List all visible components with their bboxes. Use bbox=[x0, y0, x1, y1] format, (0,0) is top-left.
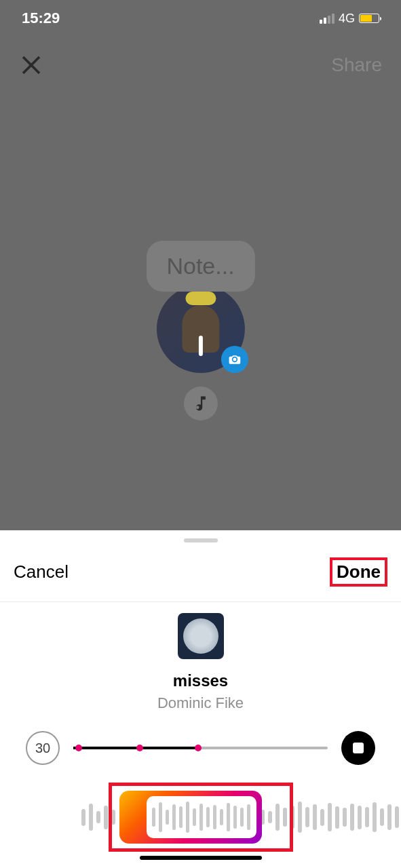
camera-button[interactable] bbox=[221, 346, 248, 373]
stop-button[interactable] bbox=[341, 731, 375, 765]
cancel-button[interactable]: Cancel bbox=[14, 561, 69, 583]
waveform-scrubber[interactable] bbox=[0, 787, 401, 848]
avatar-container bbox=[156, 285, 244, 373]
network-label: 4G bbox=[339, 12, 355, 26]
pause-icon bbox=[198, 336, 202, 356]
progress-track[interactable] bbox=[73, 747, 328, 749]
close-icon[interactable] bbox=[19, 53, 43, 77]
song-title: misses bbox=[173, 671, 228, 690]
signal-icon bbox=[320, 14, 335, 24]
note-composer: Note... bbox=[146, 241, 254, 420]
status-right: 4G bbox=[320, 12, 379, 26]
home-indicator[interactable] bbox=[140, 856, 262, 860]
album-art[interactable] bbox=[178, 613, 224, 659]
sheet-header: Cancel Done bbox=[0, 551, 401, 602]
sheet-handle[interactable] bbox=[184, 538, 218, 542]
done-button[interactable]: Done bbox=[330, 557, 387, 587]
song-info: misses Dominic Fike bbox=[0, 602, 401, 712]
note-input[interactable]: Note... bbox=[146, 241, 254, 292]
music-picker-sheet: Cancel Done misses Dominic Fike 30 bbox=[0, 530, 401, 868]
song-artist: Dominic Fike bbox=[157, 694, 244, 712]
dimmed-background: 15:29 4G Share Note... bbox=[0, 0, 401, 530]
music-button[interactable] bbox=[183, 387, 217, 420]
share-button[interactable]: Share bbox=[331, 54, 382, 76]
battery-icon bbox=[359, 14, 379, 23]
duration-selector[interactable]: 30 bbox=[26, 731, 60, 765]
playback-controls: 30 bbox=[0, 712, 401, 765]
selection-inner bbox=[147, 796, 256, 838]
status-time: 15:29 bbox=[22, 9, 60, 27]
status-bar: 15:29 4G bbox=[0, 0, 401, 37]
